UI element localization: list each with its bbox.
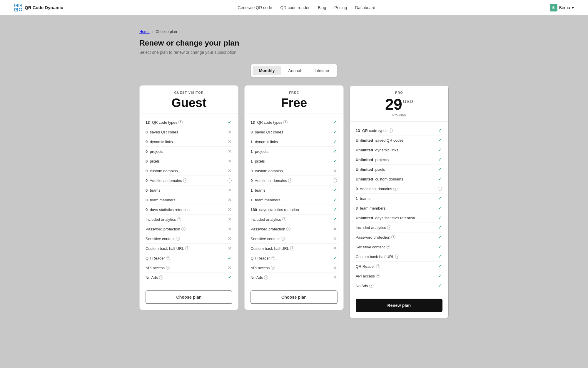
feature-no-ads: No Ads ? ✕ xyxy=(250,273,337,282)
svg-rect-5 xyxy=(20,5,21,6)
help-icon[interactable]: ? xyxy=(178,120,183,124)
feature-qr-reader: QR Reader ? ✓ xyxy=(146,253,232,263)
feature-projects: Unlimited projects ✓ xyxy=(356,155,442,165)
plan-card-pro: PRO 29 USD Pro Plan 13 QR code types ? ✓… xyxy=(350,85,449,318)
help-icon[interactable]: ? xyxy=(391,235,395,239)
feature-api-access: API access ? ✕ xyxy=(250,263,337,273)
help-icon[interactable]: ? xyxy=(166,256,170,260)
choose-plan-button-guest[interactable]: Choose plan xyxy=(146,290,232,304)
feature-teams: 0 teams ✕ xyxy=(146,185,232,195)
feature-password: Password protection ? ✕ xyxy=(250,224,337,234)
help-icon[interactable]: ? xyxy=(282,217,286,221)
help-icon[interactable]: ? xyxy=(376,264,380,268)
feature-team-members: 0 team members ✕ xyxy=(146,195,232,205)
help-icon[interactable]: ? xyxy=(176,237,180,241)
feature-sensitive: Sensitive content ? ✓ xyxy=(356,242,442,252)
feature-team-members: 3 team members ✓ xyxy=(356,203,442,213)
billing-toggle: Monthly Annual Lifetime xyxy=(139,64,449,77)
feature-saved-qr: 3 saved QR codes ✓ xyxy=(250,127,337,137)
renew-plan-button[interactable]: Renew plan xyxy=(356,299,442,312)
main-content: Home › Choose plan Renew or change your … xyxy=(132,15,456,342)
plan-name-free: Free xyxy=(252,97,336,109)
nav-generate[interactable]: Generate QR code xyxy=(238,5,272,10)
help-icon[interactable]: ? xyxy=(288,178,292,183)
help-icon[interactable]: ? xyxy=(159,275,163,280)
help-icon[interactable]: ? xyxy=(286,227,290,231)
user-menu[interactable]: B Berna ▾ xyxy=(550,4,574,11)
feature-custom-domains: 0 custom domains ✕ xyxy=(146,166,232,176)
plan-footer-guest: Choose plan xyxy=(140,286,238,310)
user-name: Berna xyxy=(559,5,570,10)
feature-team-members: 1 team members ✓ xyxy=(250,195,337,205)
feature-projects: 1 projects ✓ xyxy=(250,147,337,156)
feature-dynamic-links: 1 dynamic links ✓ xyxy=(250,137,337,147)
logo[interactable]: QR Code Dynamic xyxy=(14,4,63,12)
feature-qr-types: 13 QR code types ? ✓ xyxy=(356,126,442,136)
plan-header-pro: PRO 29 USD Pro Plan xyxy=(350,86,448,122)
plan-name-guest: Guest xyxy=(147,97,231,109)
help-icon[interactable]: ? xyxy=(264,275,268,280)
feature-custom-url: Custom back-half URL ? ✕ xyxy=(146,244,232,253)
plan-price-row: 29 USD xyxy=(357,97,441,112)
feature-dynamic-links: Unlimited dynamic links ✓ xyxy=(356,145,442,155)
help-icon[interactable]: ? xyxy=(369,284,373,288)
feature-password: Password protection ? ✕ xyxy=(146,224,232,234)
feature-pixels: Unlimited pixels ✓ xyxy=(356,165,442,174)
feature-analytics: Included analytics ? ✓ xyxy=(356,223,442,232)
plans-container: GUEST VISITOR Guest 13 QR code types ? ✓… xyxy=(139,85,449,318)
page-title: Renew or change your plan xyxy=(139,39,449,48)
feature-password: Password protection ? ✓ xyxy=(356,232,442,242)
nav-pricing[interactable]: Pricing xyxy=(334,5,347,10)
toggle-lifetime[interactable]: Lifetime xyxy=(308,66,335,75)
plan-features-free: 13 QR code types ? ✓ 3 saved QR codes ✓ … xyxy=(245,113,343,286)
feature-teams: 1 teams ✓ xyxy=(250,185,337,195)
feature-custom-domains: Unlimited custom domains ✓ xyxy=(356,174,442,184)
feature-qr-reader: QR Reader ? ✓ xyxy=(250,253,337,263)
feature-custom-domains: 0 custom domains ✕ xyxy=(250,166,337,176)
help-icon[interactable]: ? xyxy=(389,128,393,133)
feature-teams: 1 teams ✓ xyxy=(356,194,442,203)
plan-subtitle-pro: Pro Plan xyxy=(357,113,441,117)
help-icon[interactable]: ? xyxy=(387,225,391,230)
toggle-annual[interactable]: Annual xyxy=(282,66,308,75)
breadcrumb-separator: › xyxy=(152,29,153,34)
svg-rect-8 xyxy=(19,10,20,11)
help-icon[interactable]: ? xyxy=(283,120,288,124)
feature-qr-reader: QR Reader ? ✓ xyxy=(356,262,442,271)
help-icon[interactable]: ? xyxy=(181,227,186,231)
help-icon[interactable]: ? xyxy=(393,187,397,191)
feature-qr-types: 13 QR code types ? ✓ xyxy=(146,118,232,127)
help-icon[interactable]: ? xyxy=(183,178,187,183)
help-icon[interactable]: ? xyxy=(386,245,390,249)
feature-additional-domains: 0 Additional domains ? xyxy=(356,184,442,194)
avatar: B xyxy=(550,4,557,11)
toggle-monthly[interactable]: Monthly xyxy=(253,66,281,75)
help-icon[interactable]: ? xyxy=(271,256,275,260)
choose-plan-button-free[interactable]: Choose plan xyxy=(250,290,337,304)
plan-card-guest: GUEST VISITOR Guest 13 QR code types ? ✓… xyxy=(139,85,238,310)
help-icon[interactable]: ? xyxy=(281,237,285,241)
toggle-group: Monthly Annual Lifetime xyxy=(251,64,337,77)
help-icon[interactable]: ? xyxy=(290,246,294,250)
chevron-down-icon: ▾ xyxy=(572,5,574,10)
help-icon[interactable]: ? xyxy=(395,255,399,259)
help-icon[interactable]: ? xyxy=(166,266,170,270)
nav-reader[interactable]: QR code reader xyxy=(280,5,310,10)
plan-footer-pro: Renew plan xyxy=(350,295,448,318)
help-icon[interactable]: ? xyxy=(376,274,380,278)
plan-features-guest: 13 QR code types ? ✓ 0 saved QR codes ✕ … xyxy=(140,113,238,286)
nav-blog[interactable]: Blog xyxy=(318,5,326,10)
feature-api-access: API access ? ✓ xyxy=(356,271,442,281)
plan-type-pro: PRO xyxy=(357,91,441,94)
feature-qr-types: 13 QR code types ? ✓ xyxy=(250,118,337,127)
svg-rect-9 xyxy=(21,10,22,11)
nav-dashboard[interactable]: Dashboard xyxy=(355,5,375,10)
svg-rect-4 xyxy=(16,9,17,10)
plan-card-free: FREE Free 13 QR code types ? ✓ 3 saved Q… xyxy=(244,85,343,310)
breadcrumb-home[interactable]: Home xyxy=(139,29,150,34)
help-icon[interactable]: ? xyxy=(271,266,275,270)
plan-header-free: FREE Free xyxy=(245,86,343,113)
breadcrumb-current: Choose plan xyxy=(156,29,177,34)
help-icon[interactable]: ? xyxy=(177,217,181,221)
help-icon[interactable]: ? xyxy=(185,246,189,250)
